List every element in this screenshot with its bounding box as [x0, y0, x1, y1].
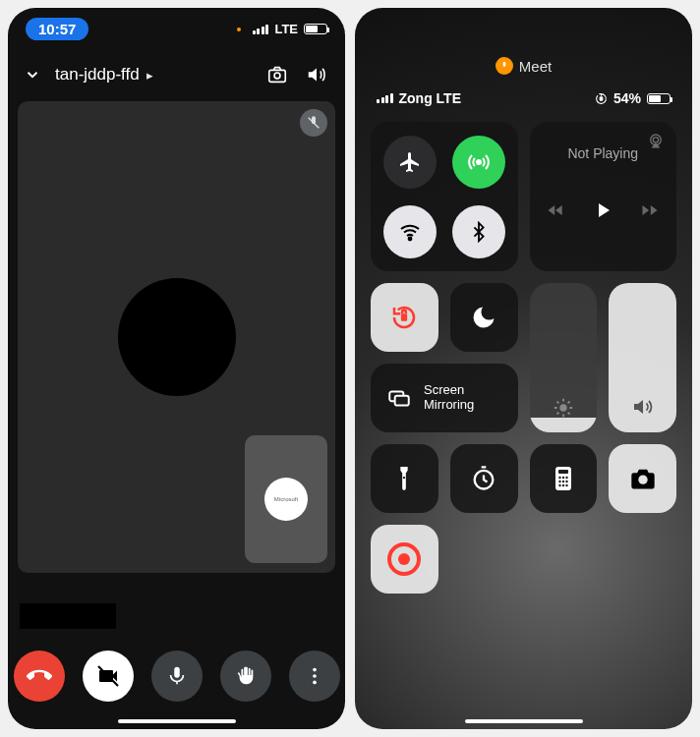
connectivity-panel[interactable]: [371, 122, 518, 271]
svg-point-2: [313, 668, 317, 672]
svg-point-21: [558, 481, 560, 482]
meet-call-screen: 10:57 LTE tan-jddp-ffd ▸ Microsoft: [8, 8, 345, 729]
screen-mirroring-button[interactable]: Screen Mirroring: [371, 364, 518, 432]
volume-icon: [631, 395, 655, 419]
raise-hand-button[interactable]: [220, 651, 271, 702]
signal-bars-icon: [253, 25, 269, 34]
status-time-pill[interactable]: 10:57: [26, 18, 88, 40]
status-bar: 10:57 LTE: [8, 8, 345, 46]
airplay-icon[interactable]: [647, 132, 665, 149]
more-options-button[interactable]: [289, 651, 340, 702]
camera-button[interactable]: [609, 444, 676, 513]
carrier-label: Zong LTE: [399, 90, 462, 106]
bluetooth-toggle[interactable]: [452, 205, 505, 258]
svg-point-19: [562, 477, 564, 479]
svg-point-1: [274, 73, 280, 79]
svg-point-27: [638, 476, 647, 484]
volume-slider[interactable]: [609, 283, 676, 432]
brightness-icon: [553, 397, 574, 419]
svg-rect-5: [600, 96, 603, 99]
flashlight-button[interactable]: [371, 444, 438, 513]
svg-point-20: [565, 477, 567, 479]
previous-track-button[interactable]: [546, 200, 565, 220]
mic-in-use-icon: [496, 57, 513, 75]
svg-point-3: [313, 674, 317, 678]
recording-indicator-dot: [237, 28, 241, 31]
control-center-screen: Meet Zong LTE 54%: [355, 8, 692, 729]
battery-icon: [647, 93, 671, 104]
camera-off-button[interactable]: [83, 651, 134, 702]
svg-point-18: [558, 477, 560, 479]
media-panel[interactable]: Not Playing: [530, 122, 677, 271]
speaker-button[interactable]: [304, 62, 329, 87]
home-indicator[interactable]: [118, 719, 236, 723]
svg-point-25: [562, 484, 564, 486]
signal-bars-icon: [377, 93, 393, 103]
participant-muted-icon: [300, 109, 327, 137]
svg-point-6: [477, 160, 481, 164]
status-right: LTE: [237, 22, 327, 36]
participant-avatar: [118, 278, 236, 396]
carrier-label: LTE: [274, 22, 298, 36]
svg-point-11: [559, 404, 566, 411]
airplane-mode-toggle[interactable]: [383, 136, 437, 189]
now-playing-label: Not Playing: [567, 145, 638, 161]
svg-point-22: [562, 481, 564, 482]
record-icon: [387, 542, 421, 576]
battery-percent: 54%: [613, 90, 641, 106]
brightness-slider[interactable]: [530, 283, 598, 432]
participant-name-overlay: [20, 603, 116, 629]
home-indicator[interactable]: [465, 719, 583, 723]
svg-point-4: [313, 681, 317, 685]
meeting-id-text: tan-jddp-ffd: [55, 65, 140, 84]
main-video-tile[interactable]: Microsoft: [18, 101, 335, 573]
battery-icon: [304, 24, 327, 34]
calculator-button[interactable]: [530, 444, 598, 513]
svg-point-26: [565, 484, 567, 486]
svg-point-24: [558, 484, 560, 486]
call-controls: [8, 651, 345, 702]
svg-point-7: [408, 237, 411, 240]
self-avatar: Microsoft: [264, 478, 308, 521]
svg-rect-10: [401, 313, 407, 321]
switch-camera-button[interactable]: [264, 62, 290, 87]
collapse-chevron-icon[interactable]: [24, 66, 41, 84]
caret-right-icon: ▸: [146, 68, 153, 83]
do-not-disturb-toggle[interactable]: [450, 283, 518, 352]
svg-rect-13: [395, 396, 409, 406]
orientation-lock-toggle[interactable]: [371, 283, 438, 352]
svg-point-23: [565, 481, 567, 482]
timer-button[interactable]: [450, 444, 518, 513]
cellular-data-toggle[interactable]: [452, 136, 505, 189]
screen-record-button[interactable]: [371, 525, 438, 594]
orientation-lock-indicator-icon: [595, 92, 608, 105]
end-call-button[interactable]: [14, 651, 65, 702]
cc-status-bar: Zong LTE 54%: [355, 83, 692, 116]
svg-rect-17: [558, 470, 568, 474]
screen-mirroring-icon: [386, 385, 412, 411]
play-button[interactable]: [591, 198, 614, 222]
screen-mirroring-label-2: Mirroring: [424, 398, 474, 413]
self-view-tile[interactable]: Microsoft: [245, 435, 327, 563]
call-header: tan-jddp-ffd ▸: [8, 46, 345, 95]
mic-button[interactable]: [151, 651, 203, 702]
next-track-button[interactable]: [640, 200, 660, 220]
app-using-mic-label: Meet: [519, 58, 552, 75]
wifi-toggle[interactable]: [383, 205, 437, 258]
media-controls: [546, 198, 660, 222]
svg-point-14: [403, 477, 405, 479]
svg-point-9: [653, 138, 658, 142]
screen-mirroring-label-1: Screen: [424, 383, 474, 398]
control-center-grid: Not Playing: [355, 116, 692, 594]
meeting-id[interactable]: tan-jddp-ffd ▸: [55, 65, 251, 85]
app-using-mic-pill[interactable]: Meet: [355, 8, 692, 83]
